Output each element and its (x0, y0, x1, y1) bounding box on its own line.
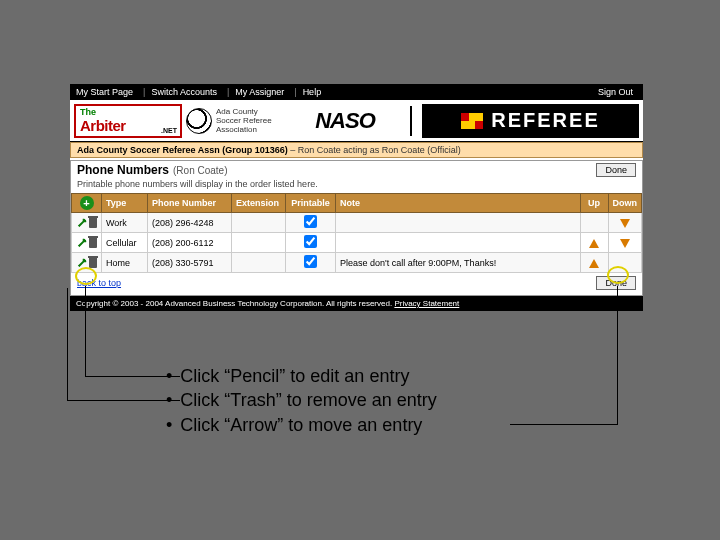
callout-line (67, 400, 180, 401)
ada-county-text: Ada County Soccer Referee Association (216, 107, 272, 134)
col-down: Down (608, 194, 642, 213)
nav-help[interactable]: Help (303, 87, 322, 97)
col-add: + (72, 194, 102, 213)
copyright-bar: Copyright © 2003 - 2004 Advanced Busines… (70, 296, 643, 311)
bullet-icon: • (166, 364, 172, 388)
top-nav: My Start Page | Switch Accounts | My Ass… (70, 84, 643, 100)
cell-type: Cellular (102, 233, 148, 253)
instruction-line: Click “Trash” to remove an entry (180, 388, 436, 412)
bullet-icon: • (166, 413, 172, 437)
nav-separator: | (143, 87, 145, 97)
callout-line (510, 424, 618, 425)
soccer-ball-icon (186, 108, 212, 134)
table-row: Work(208) 296-4248 (72, 213, 642, 233)
cell-phone: (208) 330-5791 (148, 253, 232, 273)
nav-sign-out[interactable]: Sign Out (598, 87, 633, 97)
arrow-down-icon[interactable] (620, 219, 630, 228)
cell-note (336, 213, 581, 233)
printable-checkbox[interactable] (304, 235, 317, 248)
context-bar: Ada County Soccer Referee Assn (Group 10… (70, 142, 643, 158)
phone-section: Phone Numbers (Ron Coate) Done Printable… (70, 160, 643, 296)
trash-icon[interactable] (89, 238, 97, 248)
col-phone: Phone Number (148, 194, 232, 213)
col-printable: Printable (286, 194, 336, 213)
arbiter-logo-net: .NET (161, 127, 177, 134)
col-type: Type (102, 194, 148, 213)
context-org: Ada County Soccer Referee Assn (Group 10… (77, 145, 288, 155)
instruction-line: Click “Arrow” to move an entry (180, 413, 422, 437)
trash-icon[interactable] (89, 258, 97, 268)
section-title: Phone Numbers (77, 163, 169, 177)
arbiter-logo-the: The (80, 107, 176, 117)
nav-switch-accounts[interactable]: Switch Accounts (151, 87, 217, 97)
referee-flag-icon (461, 113, 483, 129)
arrow-up-icon[interactable] (589, 239, 599, 248)
col-extension: Extension (232, 194, 286, 213)
naso-logo: NASO (290, 104, 400, 138)
ada-county-logo: Ada County Soccer Referee Association (186, 104, 286, 138)
arrow-up-icon[interactable] (589, 259, 599, 268)
done-button-bottom[interactable]: Done (596, 276, 636, 290)
cell-phone: (208) 296-4248 (148, 213, 232, 233)
cell-extension (232, 253, 286, 273)
back-to-top-link[interactable]: back to top (77, 278, 121, 288)
nav-separator: | (227, 87, 229, 97)
trash-icon[interactable] (89, 218, 97, 228)
section-footer: back to top Done (71, 273, 642, 293)
instruction-line: Click “Pencil” to edit an entry (180, 364, 409, 388)
instructions: •Click “Pencil” to edit an entry •Click … (166, 364, 437, 437)
nav-my-assigner[interactable]: My Assigner (235, 87, 284, 97)
table-row: Cellular(208) 200-6112 (72, 233, 642, 253)
section-subtitle: Printable phone numbers will display in … (71, 179, 642, 193)
referee-logo-text: REFEREE (491, 109, 599, 132)
col-up: Up (580, 194, 608, 213)
col-note: Note (336, 194, 581, 213)
arbiter-logo: The Arbiter .NET (74, 104, 182, 138)
printable-checkbox[interactable] (304, 215, 317, 228)
privacy-link[interactable]: Privacy Statement (394, 299, 459, 308)
bullet-icon: • (166, 388, 172, 412)
nav-separator: | (294, 87, 296, 97)
section-user: (Ron Coate) (173, 165, 227, 176)
cell-type: Work (102, 213, 148, 233)
copyright-text: Copyright © 2003 - 2004 Advanced Busines… (76, 299, 394, 308)
referee-logo: REFEREE (422, 104, 639, 138)
cell-note (336, 233, 581, 253)
phones-table: + Type Phone Number Extension Printable … (71, 193, 642, 273)
cell-phone: (208) 200-6112 (148, 233, 232, 253)
arrow-down-icon[interactable] (620, 239, 630, 248)
divider (410, 106, 412, 136)
context-acting: Ron Coate acting as Ron Coate (Official) (298, 145, 461, 155)
cell-extension (232, 213, 286, 233)
table-row: Home(208) 330-5791Please don't call afte… (72, 253, 642, 273)
cell-type: Home (102, 253, 148, 273)
pencil-icon[interactable] (77, 238, 87, 248)
add-icon[interactable]: + (80, 196, 94, 210)
logo-banner: The Arbiter .NET Ada County Soccer Refer… (70, 100, 643, 142)
cell-note: Please don't call after 9:00PM, Thanks! (336, 253, 581, 273)
callout-line (67, 288, 68, 400)
printable-checkbox[interactable] (304, 255, 317, 268)
pencil-icon[interactable] (77, 218, 87, 228)
cell-extension (232, 233, 286, 253)
section-header: Phone Numbers (Ron Coate) Done (71, 161, 642, 179)
app-window: My Start Page | Switch Accounts | My Ass… (70, 84, 643, 311)
nav-start-page[interactable]: My Start Page (76, 87, 133, 97)
pencil-icon[interactable] (77, 258, 87, 268)
context-sep: – (288, 145, 298, 155)
done-button-top[interactable]: Done (596, 163, 636, 177)
